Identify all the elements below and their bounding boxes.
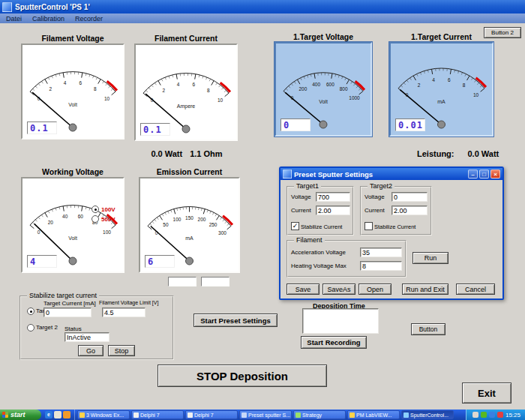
go-button[interactable]: Go — [78, 345, 104, 356]
alert-icon[interactable] — [497, 412, 503, 418]
taskbar-task[interactable]: PM LabVIEW... — [347, 410, 400, 419]
run-button[interactable]: Run — [412, 252, 448, 264]
filament-group: Filament Acceleration Voltage 35 Heating… — [286, 240, 406, 278]
app-icon — [2, 2, 12, 12]
media-player-icon[interactable] — [63, 411, 70, 418]
svg-text:10: 10 — [473, 92, 479, 98]
taskbar-task[interactable]: Delphi 7 — [185, 410, 238, 419]
target1-stabilize-label: Stabilize Current — [301, 224, 342, 230]
svg-text:250: 250 — [209, 222, 218, 227]
target-current-field[interactable]: 0 — [44, 308, 92, 317]
taskbar-task[interactable]: SputterControl... — [401, 410, 454, 419]
task-label: Preset sputter S... — [248, 412, 290, 418]
readout-box-2 — [201, 277, 230, 286]
task-label: PM LabVIEW... — [356, 412, 392, 418]
svg-text:8: 8 — [463, 82, 466, 88]
volume-icon[interactable] — [472, 412, 478, 418]
stabilize-target2-radio[interactable] — [27, 324, 34, 332]
window-titlebar[interactable]: SputterControl 'PS 1' — [0, 0, 525, 14]
svg-text:Ampere: Ampere — [177, 104, 196, 110]
taskbar-task[interactable]: Preset sputter S... — [239, 410, 292, 419]
target1-voltage-gauge: 0 02004006008001000Volt — [274, 42, 372, 136]
range-500v-label: 500V — [101, 216, 116, 223]
menu-recorder[interactable]: Recorder — [75, 15, 103, 22]
acceleration-voltage-field[interactable]: 35 — [360, 248, 402, 257]
shield-icon[interactable] — [481, 412, 487, 418]
range-100v-radio[interactable] — [92, 206, 99, 213]
save-button[interactable]: Save — [286, 284, 320, 295]
target2-voltage-field[interactable]: 0 — [392, 192, 428, 202]
start-preset-settings-button[interactable]: Start Preset Settings — [194, 314, 278, 327]
deposition-time-display — [302, 308, 379, 334]
stop-button[interactable]: Stop — [108, 345, 135, 356]
acceleration-voltage-label: Acceleration Voltage — [291, 249, 346, 256]
window-title: SputterControl 'PS 1' — [15, 3, 90, 11]
target2-current-field[interactable]: 2.00 — [392, 206, 428, 215]
menu-datei[interactable]: Datei — [6, 15, 22, 22]
menu-calibration[interactable]: Calibration — [32, 15, 64, 22]
cancel-button[interactable]: Cancel — [456, 284, 495, 295]
svg-text:6: 6 — [80, 80, 82, 86]
svg-text:60: 60 — [78, 214, 84, 219]
target1-voltage-field[interactable]: 700 — [316, 192, 350, 202]
stabilize-target1-radio[interactable] — [27, 308, 34, 315]
exit-button[interactable]: Exit — [462, 382, 512, 404]
filament-current-gauge: 0.1 0246810Ampere — [134, 44, 238, 141]
open-button[interactable]: Open — [358, 284, 392, 295]
svg-text:10: 10 — [104, 96, 110, 101]
task-app-icon — [242, 412, 247, 418]
target1-current-label: 1.Target Current — [389, 32, 494, 41]
stop-deposition-button[interactable]: STOP Deposition — [158, 364, 327, 387]
app-window: SputterControl 'PS 1' DateiCalibrationRe… — [0, 0, 525, 420]
run-and-exit-button[interactable]: Run and Exit — [402, 284, 448, 295]
svg-text:200: 200 — [198, 217, 206, 222]
svg-text:8: 8 — [94, 86, 97, 92]
show-desktop-icon[interactable] — [54, 411, 62, 418]
emission-current-label: Emission Current — [139, 167, 240, 176]
filament-voltage-limit-field[interactable]: 4.5 — [102, 308, 146, 317]
target2-current-label: Current — [364, 207, 385, 214]
maximize-icon[interactable]: □ — [479, 170, 489, 178]
task-app-icon — [134, 412, 139, 418]
svg-text:150: 150 — [185, 215, 194, 220]
start-label: start — [10, 411, 26, 418]
taskbar: start e 3 Windows Ex...Delphi 7Delphi 7P… — [0, 410, 525, 420]
target1-voltage-readout: 0 — [280, 118, 310, 131]
svg-text:mA: mA — [437, 99, 446, 104]
target1-stabilize-checkbox[interactable]: ✓ — [291, 222, 299, 230]
task-label: Delphi 7 — [140, 412, 160, 418]
button[interactable]: Button — [411, 323, 446, 335]
target2-group: Target2 Voltage 0 Current 2.00 Stabilize… — [360, 186, 432, 236]
close-icon[interactable]: × — [490, 170, 500, 178]
heating-voltage-max-field[interactable]: 8 — [360, 261, 402, 271]
range-500v-radio[interactable] — [92, 215, 99, 223]
start-recording-button[interactable]: Start Recording — [301, 336, 367, 349]
svg-text:200: 200 — [298, 86, 307, 92]
svg-text:Volt: Volt — [68, 236, 77, 241]
taskbar-task[interactable]: 3 Windows Ex... — [77, 410, 130, 419]
start-button[interactable]: start — [0, 410, 41, 420]
svg-text:2: 2 — [418, 82, 421, 88]
svg-text:40: 40 — [62, 214, 68, 219]
range-500v-option[interactable]: 500V — [92, 215, 116, 223]
target1-group: Target1 Voltage 700 Current 2.00 ✓ Stabi… — [286, 186, 354, 236]
taskbar-task[interactable]: Delphi 7 — [131, 410, 184, 419]
taskbar-task[interactable]: Strategy — [293, 410, 346, 419]
ie-icon[interactable]: e — [45, 411, 52, 418]
svg-text:50: 50 — [163, 222, 169, 227]
svg-text:Volt: Volt — [68, 102, 77, 107]
svg-text:1000: 1000 — [349, 95, 360, 100]
taskbar-clock: 15:25 — [506, 412, 520, 418]
task-app-icon — [404, 412, 409, 418]
saveas-button[interactable]: SaveAs — [322, 284, 356, 295]
filament-ohm-value: 1.1 Ohm — [190, 149, 222, 158]
target2-stabilize-checkbox[interactable] — [364, 222, 373, 230]
target1-current-label: Current — [291, 207, 311, 214]
svg-text:2: 2 — [162, 88, 165, 93]
range-100v-option[interactable]: 100V — [92, 206, 116, 213]
dialog-titlebar[interactable]: Preset Sputter Settings – □ × — [280, 168, 502, 180]
target1-voltage-label: 1.Target Voltage — [274, 32, 372, 41]
network-icon[interactable] — [489, 412, 495, 418]
target1-current-field[interactable]: 2.00 — [316, 206, 350, 215]
minimize-icon[interactable]: – — [468, 170, 478, 178]
